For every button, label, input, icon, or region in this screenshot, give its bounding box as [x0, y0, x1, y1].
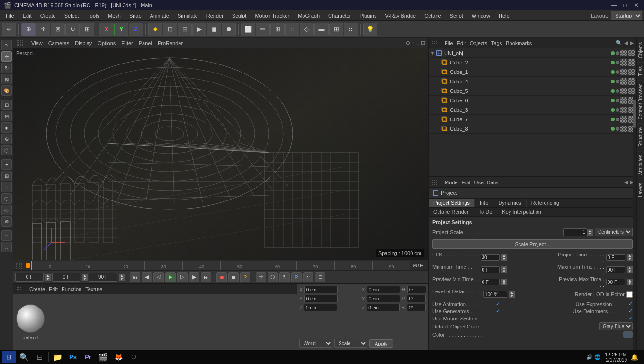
grid-dots-button[interactable]: ::	[303, 272, 313, 282]
tab-referencing[interactable]: Referencing	[527, 199, 564, 207]
transform-button[interactable]: ⊞	[80, 23, 94, 36]
menu-snap[interactable]: Snap	[125, 12, 145, 19]
next-key-button[interactable]: ▷	[177, 272, 188, 282]
rot-b-field[interactable]	[407, 304, 426, 311]
menu-select[interactable]: Select	[61, 12, 83, 19]
frame-start-field[interactable]	[15, 273, 44, 282]
unit-dropdown[interactable]: Centimeters Meters Millimeters Inches	[595, 228, 633, 236]
menu-create[interactable]: Create	[36, 12, 60, 19]
prev-key-button[interactable]: ◁	[153, 272, 164, 282]
lod-field[interactable]	[483, 291, 507, 298]
side-tab-tiles[interactable]: Tiles	[637, 62, 644, 80]
mode-menu[interactable]: Mode	[445, 180, 458, 185]
side-tab-layers[interactable]: Layers	[637, 179, 644, 201]
lt-layers[interactable]: ≡	[1, 230, 12, 241]
rot-p-field[interactable]	[407, 295, 426, 302]
min-time-field[interactable]	[481, 266, 500, 273]
rot-y-field[interactable]	[367, 295, 400, 302]
menu-animate[interactable]: Animate	[146, 12, 173, 19]
lt-tool11[interactable]: ⊗	[1, 216, 12, 227]
search-button[interactable]: 🔍	[17, 351, 31, 363]
cinema4d-button[interactable]: 🎬	[96, 351, 110, 363]
next-frame-button[interactable]: ▶	[189, 272, 199, 282]
scale-project-button[interactable]: Scale Project...	[432, 239, 633, 249]
menu-mograph[interactable]: MoGraph	[294, 12, 323, 19]
obj-menu-edit[interactable]: Edit	[457, 40, 466, 46]
tab-octane[interactable]: Octane Render	[429, 208, 474, 216]
obj-row-cube2[interactable]: ▶ Cube_2	[429, 58, 636, 67]
frame-current-down[interactable]: ▼	[82, 277, 88, 281]
lt-render[interactable]: 🎨	[1, 85, 12, 96]
tab-todo[interactable]: To Do	[474, 208, 498, 216]
pos-z-field[interactable]	[304, 304, 337, 311]
maximize-button[interactable]: □	[621, 1, 629, 9]
explorer-button[interactable]: 📁	[51, 351, 65, 363]
lod-down[interactable]: ▼	[509, 294, 515, 298]
fps-down[interactable]: ▼	[501, 257, 507, 261]
help-button[interactable]: ?	[240, 272, 250, 282]
viewport-ctrl-4[interactable]: ⊡	[421, 40, 425, 46]
prev-max-field[interactable]	[606, 279, 625, 285]
light-button[interactable]: 💡	[363, 23, 377, 36]
frame-start-down[interactable]: ▼	[45, 277, 51, 281]
diamond-button[interactable]: ◇	[300, 23, 314, 36]
filter-menu[interactable]: Filter	[119, 40, 134, 46]
obj-menu-tags[interactable]: Tags	[491, 40, 502, 46]
firefox-button[interactable]: 🦊	[111, 351, 125, 363]
color-swatch[interactable]	[623, 331, 633, 338]
cursor-button[interactable]: ⊕	[21, 23, 36, 36]
mat-create[interactable]: Create	[29, 286, 45, 292]
taskview-button[interactable]: ⊟	[32, 351, 46, 363]
obj-row-cube8[interactable]: ▶ Cube_8	[429, 124, 636, 134]
proj-time-field[interactable]	[606, 254, 625, 261]
menu-mesh[interactable]: Mesh	[104, 12, 125, 19]
lt-tool9[interactable]: ⬡	[1, 193, 12, 204]
prev-min-field[interactable]	[481, 279, 500, 285]
obj-row-cube1[interactable]: ▶ Cube_1	[429, 67, 636, 77]
close-button[interactable]: ✕	[633, 1, 640, 9]
mirror-button[interactable]: ⊞	[329, 23, 343, 36]
prorender-menu[interactable]: ProRender	[156, 40, 185, 46]
premiere-button[interactable]: Pr	[81, 351, 95, 363]
attrs-nav-left[interactable]: ◀	[624, 179, 628, 185]
axis-x-button[interactable]: X	[99, 23, 114, 36]
tab-info[interactable]: Info	[475, 199, 493, 207]
app-button[interactable]: ⬡	[126, 351, 141, 363]
rot-z-field[interactable]	[367, 304, 400, 311]
obj-row-cube5[interactable]: ▶ Cube_5	[429, 86, 636, 96]
obj-row-uni[interactable]: ▼ UNI_obj	[429, 48, 636, 58]
options-menu[interactable]: Options	[96, 40, 117, 46]
record-button[interactable]: ⏺	[216, 272, 227, 282]
menu-window[interactable]: Window	[468, 12, 494, 19]
axis-y-button[interactable]: Y	[114, 23, 128, 36]
keyframe-button[interactable]: ⊡	[163, 23, 177, 36]
menu-octane[interactable]: Octane	[420, 12, 445, 19]
lt-tool8[interactable]: ⊿	[1, 182, 12, 192]
side-tab-objects[interactable]: Objects	[637, 38, 644, 62]
world-dropdown[interactable]: World Local Object	[299, 339, 332, 348]
obj-row-cube6[interactable]: ▶ Cube_6	[429, 96, 636, 105]
menu-script[interactable]: Script	[446, 12, 467, 19]
lt-grid[interactable]: ::	[1, 242, 12, 252]
start-button[interactable]: ⊞	[2, 351, 16, 363]
lt-select[interactable]: ↖	[1, 40, 12, 50]
selection-button[interactable]: ⊟	[178, 23, 192, 36]
lt-tool10[interactable]: ◎	[1, 205, 12, 215]
max-down[interactable]: ▼	[627, 270, 633, 273]
pos-x-field[interactable]	[304, 286, 338, 293]
lt-tool3[interactable]: ◈	[1, 122, 12, 133]
frame-end-field[interactable]	[89, 273, 117, 282]
lt-tool1[interactable]: ⊡	[1, 100, 12, 110]
rot-h-field[interactable]	[407, 286, 426, 293]
obj-row-cube7[interactable]: ▶ Cube_7	[429, 115, 636, 124]
grid-button[interactable]: ::	[285, 23, 299, 36]
side-tab-content[interactable]: Content Browser	[637, 80, 644, 123]
viewport-ctrl-2[interactable]: ↑	[412, 40, 415, 46]
min-down[interactable]: ▼	[501, 270, 507, 273]
subdivide-button[interactable]: ⊞	[270, 23, 285, 36]
side-tab-structure[interactable]: Structure	[637, 123, 644, 151]
play-button[interactable]: ▶	[192, 23, 206, 36]
timeline-ruler[interactable]: 0 10 20 30 40 50 60 70 80 90	[31, 261, 410, 270]
lt-rotate[interactable]: ↻	[1, 63, 12, 73]
user-data-menu[interactable]: User Data	[474, 180, 498, 185]
